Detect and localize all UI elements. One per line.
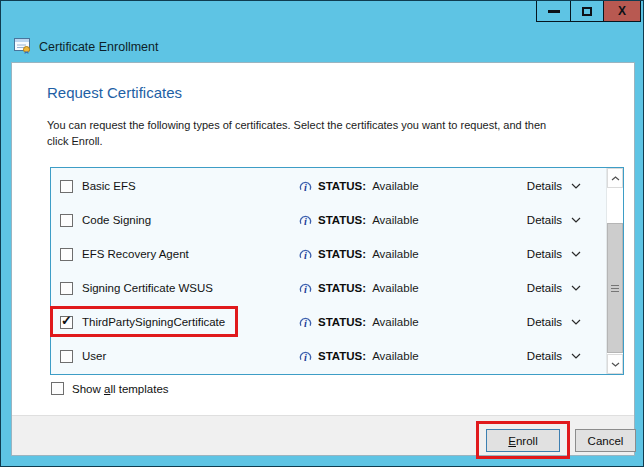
maximize-button[interactable] bbox=[570, 1, 603, 21]
template-name: Signing Certificate WSUS bbox=[82, 282, 213, 294]
status-value: Available bbox=[372, 248, 418, 260]
info-icon: i bbox=[298, 349, 313, 364]
certificate-enrollment-window: X Certificate Enrollment Request Certifi… bbox=[0, 0, 644, 467]
status-group: i STATUS: Available bbox=[298, 247, 419, 262]
status-label: STATUS: bbox=[318, 248, 366, 260]
status-label: STATUS: bbox=[318, 316, 366, 328]
list-item-code-signing: Code Signing i STATUS: Available Details bbox=[51, 203, 606, 237]
template-name: ThirdPartySigningCertificate bbox=[82, 316, 225, 328]
close-button[interactable]: X bbox=[603, 1, 640, 21]
certificate-template-list: Basic EFS i STATUS: Available Details bbox=[50, 167, 624, 375]
checkbox-basic-efs[interactable] bbox=[60, 180, 73, 193]
status-label: STATUS: bbox=[318, 350, 366, 362]
svg-text:i: i bbox=[304, 351, 307, 362]
status-group: i STATUS: Available bbox=[298, 349, 419, 364]
cancel-button[interactable]: Cancel bbox=[575, 429, 636, 452]
chevron-down-icon bbox=[571, 183, 581, 189]
template-name: Code Signing bbox=[82, 214, 151, 226]
chevron-down-icon bbox=[571, 319, 581, 325]
enroll-accel: E bbox=[508, 435, 516, 447]
minimize-button[interactable] bbox=[537, 1, 570, 21]
info-icon: i bbox=[298, 179, 313, 194]
close-icon: X bbox=[618, 5, 626, 17]
details-label: Details bbox=[527, 282, 562, 294]
details-label: Details bbox=[527, 316, 562, 328]
dialog-content: Request Certificates You can request the… bbox=[11, 62, 635, 456]
checkbox-user[interactable] bbox=[60, 350, 73, 363]
chevron-up-icon bbox=[611, 176, 620, 181]
details-label: Details bbox=[527, 248, 562, 260]
show-all-templates-label: Show all templates bbox=[72, 383, 169, 395]
details-label: Details bbox=[527, 350, 562, 362]
svg-text:i: i bbox=[304, 249, 307, 260]
status-group: i STATUS: Available bbox=[298, 213, 419, 228]
window-controls: X bbox=[536, 1, 641, 22]
status-group: i STATUS: Available bbox=[298, 281, 419, 296]
dialog-footer: Enroll Cancel bbox=[12, 415, 634, 455]
checkmark-icon: ✓ bbox=[61, 314, 72, 327]
status-label: STATUS: bbox=[318, 214, 366, 226]
details-expander[interactable]: Details bbox=[527, 350, 581, 362]
list-item-thirdpartysigningcertificate: ✓ ThirdPartySigningCertificate i STATUS:… bbox=[51, 305, 606, 339]
show-all-templates-checkbox[interactable] bbox=[51, 382, 64, 395]
description-line1: You can request the following types of c… bbox=[47, 117, 546, 133]
info-icon: i bbox=[298, 247, 313, 262]
show-all-templates: Show all templates bbox=[51, 382, 169, 395]
status-value: Available bbox=[372, 316, 418, 328]
svg-text:i: i bbox=[304, 215, 307, 226]
status-value: Available bbox=[372, 282, 418, 294]
description: You can request the following types of c… bbox=[47, 117, 546, 149]
template-name: User bbox=[82, 350, 106, 362]
svg-text:i: i bbox=[304, 283, 307, 294]
chevron-down-icon bbox=[611, 362, 620, 367]
chevron-down-icon bbox=[571, 353, 581, 359]
template-name: Basic EFS bbox=[82, 180, 136, 192]
enroll-rest: nroll bbox=[516, 435, 538, 447]
list-item-signing-certificate-wsus: Signing Certificate WSUS i STATUS: Avail… bbox=[51, 271, 606, 305]
maximize-icon bbox=[582, 7, 592, 16]
details-label: Details bbox=[527, 180, 562, 192]
details-expander[interactable]: Details bbox=[527, 316, 581, 328]
svg-text:i: i bbox=[304, 181, 307, 192]
scroll-up-button[interactable] bbox=[607, 168, 623, 188]
checkbox-code-signing[interactable] bbox=[60, 214, 73, 227]
info-icon: i bbox=[298, 315, 313, 330]
enroll-button[interactable]: Enroll bbox=[486, 429, 560, 452]
details-expander[interactable]: Details bbox=[527, 214, 581, 226]
checkbox-efs-recovery-agent[interactable] bbox=[60, 248, 73, 261]
chevron-down-icon bbox=[571, 217, 581, 223]
chevron-down-icon bbox=[571, 251, 581, 257]
label-text: ll templates bbox=[110, 383, 168, 395]
details-expander[interactable]: Details bbox=[527, 248, 581, 260]
status-value: Available bbox=[372, 180, 418, 192]
status-value: Available bbox=[372, 214, 418, 226]
details-expander[interactable]: Details bbox=[527, 282, 581, 294]
status-value: Available bbox=[372, 350, 418, 362]
page-title: Request Certificates bbox=[47, 84, 182, 101]
scrollbar-grip-icon bbox=[611, 285, 619, 292]
status-group: i STATUS: Available bbox=[298, 315, 419, 330]
label-text: Show bbox=[72, 383, 104, 395]
checkbox-thirdpartysigningcertificate[interactable]: ✓ bbox=[60, 316, 73, 329]
svg-text:i: i bbox=[304, 317, 307, 328]
certificate-icon bbox=[14, 38, 32, 54]
scrollbar-thumb[interactable] bbox=[607, 223, 623, 353]
details-label: Details bbox=[527, 214, 562, 226]
list-item-efs-recovery-agent: EFS Recovery Agent i STATUS: Available D… bbox=[51, 237, 606, 271]
checkbox-signing-certificate-wsus[interactable] bbox=[60, 282, 73, 295]
list-item-user: User i STATUS: Available Details bbox=[51, 339, 606, 373]
info-icon: i bbox=[298, 281, 313, 296]
list-rows: Basic EFS i STATUS: Available Details bbox=[51, 168, 606, 374]
vertical-scrollbar[interactable] bbox=[606, 168, 623, 374]
status-group: i STATUS: Available bbox=[298, 179, 419, 194]
template-name: EFS Recovery Agent bbox=[82, 248, 189, 260]
window-title: Certificate Enrollment bbox=[39, 40, 159, 54]
list-item-basic-efs: Basic EFS i STATUS: Available Details bbox=[51, 169, 606, 203]
status-label: STATUS: bbox=[318, 282, 366, 294]
details-expander[interactable]: Details bbox=[527, 180, 581, 192]
description-line2: click Enroll. bbox=[47, 133, 546, 149]
info-icon: i bbox=[298, 213, 313, 228]
scroll-down-button[interactable] bbox=[607, 354, 623, 374]
status-label: STATUS: bbox=[318, 180, 366, 192]
minimize-icon bbox=[548, 10, 560, 13]
